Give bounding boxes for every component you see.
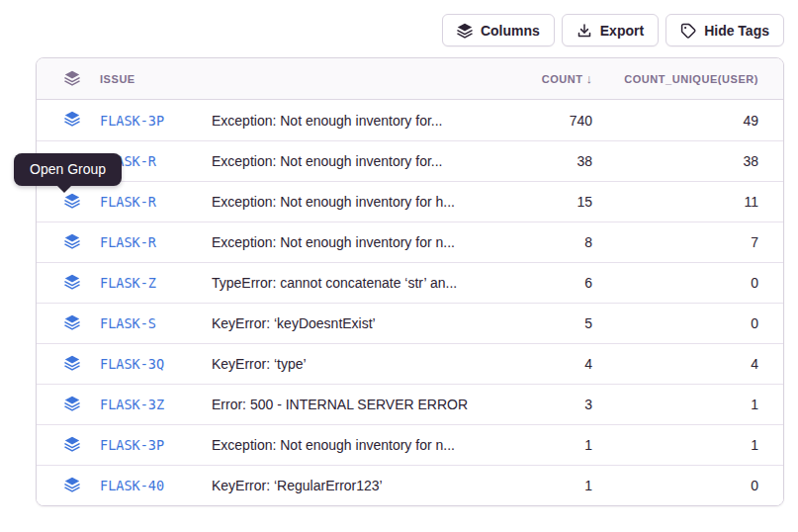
export-button-label: Export xyxy=(600,23,644,39)
count-value: 5 xyxy=(474,315,592,331)
table-row: FLASK-R Exception: Not enough inventory … xyxy=(37,140,783,181)
issue-title: Exception: Not enough inventory for h... xyxy=(212,194,474,210)
issue-id-cell: FLASK-3P xyxy=(80,113,212,129)
layers-icon xyxy=(64,233,80,252)
count-unique-value: 0 xyxy=(592,275,783,291)
issue-link[interactable]: FLASK-3P xyxy=(100,437,164,453)
issue-title: TypeError: cannot concatenate ‘str’ an..… xyxy=(212,275,474,291)
header-count-unique[interactable]: COUNT_UNIQUE(USER) xyxy=(592,73,783,85)
table-row: FLASK-R Exception: Not enough inventory … xyxy=(37,222,783,262)
layers-icon xyxy=(64,436,80,455)
issue-id-cell: FLASK-Z xyxy=(80,275,212,291)
table-row: FLASK-3Z Error: 500 - INTERNAL SERVER ER… xyxy=(37,384,783,424)
layers-icon xyxy=(64,314,80,333)
count-value: 740 xyxy=(474,113,592,129)
issue-id-cell: FLASK-3Q xyxy=(80,356,212,372)
open-group-button[interactable] xyxy=(64,193,80,212)
header-count-unique-label: COUNT_UNIQUE(USER) xyxy=(624,73,758,85)
open-group-button[interactable] xyxy=(64,314,80,333)
row-icon-cell xyxy=(37,274,80,293)
issue-id-cell: FLASK-R xyxy=(80,234,212,250)
header-count-label: COUNT xyxy=(542,73,583,85)
row-icon-cell xyxy=(37,477,80,495)
row-icon-cell xyxy=(37,193,80,212)
count-unique-value: 38 xyxy=(592,153,783,169)
issue-title: KeyError: ‘RegularError123’ xyxy=(212,478,474,493)
layers-icon xyxy=(64,477,80,495)
open-group-button[interactable] xyxy=(64,274,80,293)
count-unique-value: 0 xyxy=(592,315,783,331)
layers-icon xyxy=(457,23,473,39)
columns-button-label: Columns xyxy=(481,23,540,39)
row-icon-cell xyxy=(37,233,80,252)
layers-icon xyxy=(64,355,80,374)
table-body: FLASK-3P Exception: Not enough inventory… xyxy=(37,100,783,505)
count-value: 1 xyxy=(474,478,592,493)
table-row: FLASK-3Q KeyError: ‘type’ 4 4 xyxy=(37,343,783,384)
columns-button[interactable]: Columns xyxy=(442,14,555,46)
count-unique-value: 7 xyxy=(592,234,783,250)
issue-link[interactable]: FLASK-40 xyxy=(100,478,164,493)
count-value: 4 xyxy=(474,356,592,372)
issue-title: KeyError: ‘type’ xyxy=(212,356,474,372)
issue-title: Exception: Not enough inventory for n... xyxy=(212,234,474,250)
header-issue-label: ISSUE xyxy=(100,73,135,85)
issue-link[interactable]: FLASK-R xyxy=(100,234,156,250)
table-row: FLASK-R Exception: Not enough inventory … xyxy=(37,181,783,222)
open-group-button[interactable] xyxy=(64,396,80,414)
issue-id-cell: FLASK-3Z xyxy=(80,397,212,412)
row-icon-cell xyxy=(37,396,80,414)
open-group-button[interactable] xyxy=(64,111,80,130)
issue-link[interactable]: FLASK-S xyxy=(100,315,156,331)
issue-title: Exception: Not enough inventory for... xyxy=(212,153,474,169)
header-issue[interactable]: ISSUE xyxy=(80,73,212,85)
open-group-button[interactable] xyxy=(64,355,80,374)
tag-icon xyxy=(680,23,696,39)
issue-id-cell: FLASK-40 xyxy=(80,478,212,493)
results-table: ISSUE COUNT↓ COUNT_UNIQUE(USER) FLA xyxy=(36,57,784,506)
count-unique-value: 4 xyxy=(592,356,783,372)
header-issue-icon-cell xyxy=(37,70,80,88)
count-unique-value: 1 xyxy=(592,437,783,453)
hide-tags-button[interactable]: Hide Tags xyxy=(665,14,784,46)
download-icon xyxy=(576,23,592,39)
issue-link[interactable]: FLASK-3Z xyxy=(100,397,164,412)
table-row: FLASK-40 KeyError: ‘RegularError123’ 1 0 xyxy=(37,465,783,505)
issue-link[interactable]: FLASK-Z xyxy=(100,275,156,291)
hide-tags-button-label: Hide Tags xyxy=(704,23,769,39)
table-row: FLASK-Z TypeError: cannot concatenate ‘s… xyxy=(37,262,783,303)
issue-link[interactable]: FLASK-3P xyxy=(100,113,164,129)
open-group-button[interactable] xyxy=(64,233,80,252)
count-value: 8 xyxy=(474,234,592,250)
count-value: 6 xyxy=(474,275,592,291)
issue-title: KeyError: ‘keyDoesntExist’ xyxy=(212,315,474,331)
issue-link[interactable]: FLASK-R xyxy=(100,194,156,210)
row-icon-cell xyxy=(37,355,80,374)
issue-link[interactable]: FLASK-3Q xyxy=(100,356,164,372)
open-group-button[interactable] xyxy=(64,477,80,495)
layers-icon xyxy=(64,70,80,88)
layers-icon xyxy=(64,193,80,212)
export-button[interactable]: Export xyxy=(562,14,659,46)
table-row: FLASK-3P Exception: Not enough inventory… xyxy=(37,424,783,465)
count-unique-value: 1 xyxy=(592,397,783,412)
issue-title: Exception: Not enough inventory for n... xyxy=(212,437,474,453)
issue-title: Error: 500 - INTERNAL SERVER ERROR xyxy=(212,397,474,412)
count-unique-value: 0 xyxy=(592,478,783,493)
row-icon-cell xyxy=(37,436,80,455)
tooltip: Open Group xyxy=(14,153,122,186)
open-group-button[interactable] xyxy=(64,436,80,455)
count-value: 38 xyxy=(474,153,592,169)
toolbar: Columns Export Hide Tags xyxy=(442,14,784,46)
issue-title: Exception: Not enough inventory for... xyxy=(212,113,474,129)
layers-icon xyxy=(64,274,80,293)
count-unique-value: 11 xyxy=(592,194,783,210)
count-unique-value: 49 xyxy=(592,113,783,129)
header-count[interactable]: COUNT↓ xyxy=(474,71,592,86)
table-row: FLASK-S KeyError: ‘keyDoesntExist’ 5 0 xyxy=(37,303,783,343)
tooltip-label: Open Group xyxy=(30,161,106,177)
count-value: 3 xyxy=(474,397,592,412)
issue-id-cell: FLASK-S xyxy=(80,315,212,331)
layers-icon xyxy=(64,111,80,130)
count-value: 15 xyxy=(474,194,592,210)
